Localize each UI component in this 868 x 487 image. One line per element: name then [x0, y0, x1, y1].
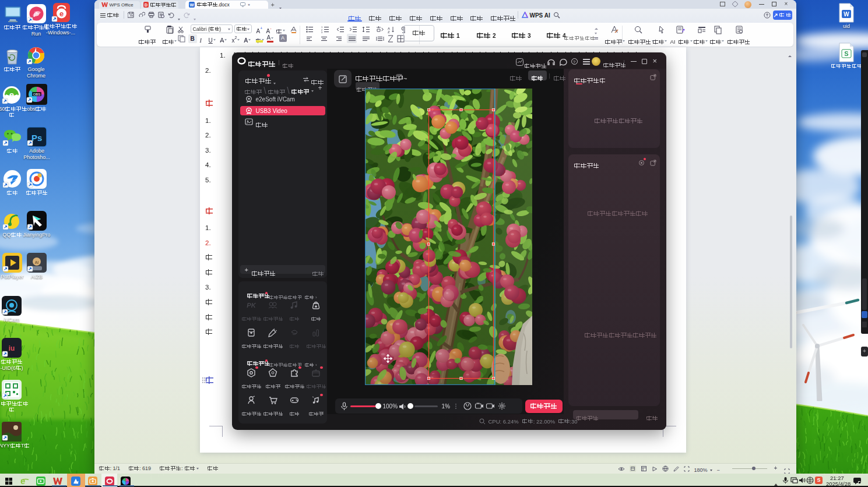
svg-text:AI: AI	[35, 260, 39, 264]
svg-text:Ps: Ps	[31, 133, 42, 143]
svg-text:S: S	[844, 50, 848, 57]
svg-text:3: 3	[321, 31, 323, 33]
svg-text:OBS: OBS	[33, 93, 41, 96]
svg-text:e: e	[20, 477, 25, 486]
svg-text:D: D	[144, 3, 147, 7]
svg-text:e: e	[59, 9, 64, 18]
svg-text:W: W	[844, 11, 849, 17]
svg-text:iu: iu	[9, 344, 15, 352]
svg-text:Z: Z	[388, 30, 390, 33]
svg-text:e: e	[9, 90, 14, 100]
svg-text:jh: jh	[34, 11, 40, 17]
svg-text:PK: PK	[247, 302, 256, 309]
svg-text:W: W	[189, 2, 194, 8]
